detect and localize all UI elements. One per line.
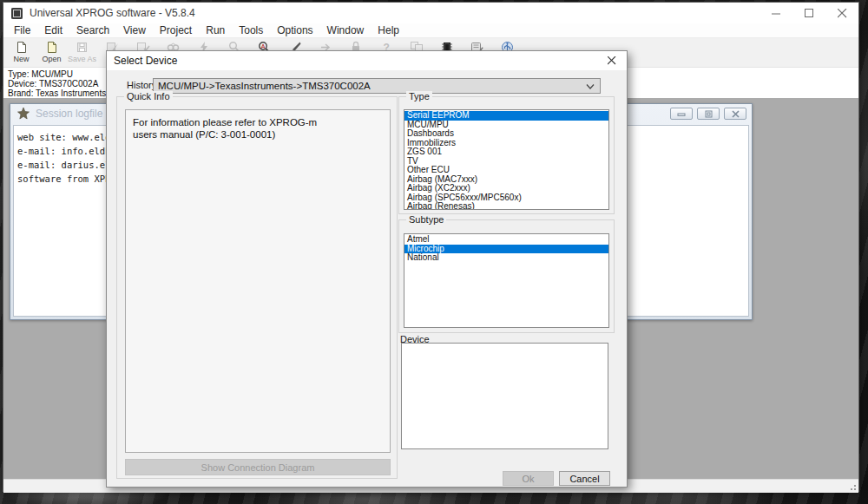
minimize-button[interactable] bbox=[760, 3, 792, 23]
session-restore-icon bbox=[705, 110, 713, 118]
maximize-icon bbox=[805, 9, 814, 18]
history-value: MCU/MPU->TexasInstruments->TMS370C002A bbox=[158, 81, 371, 91]
session-close-icon bbox=[732, 110, 740, 118]
list-item[interactable]: Airbag (XC2xxx) bbox=[404, 184, 608, 193]
menu-run[interactable]: Run bbox=[199, 24, 232, 36]
subtype-label: Subtype bbox=[406, 214, 446, 225]
dialog-close-button[interactable] bbox=[597, 51, 627, 70]
resize-grip[interactable] bbox=[848, 482, 857, 491]
quick-info-label: Quick Info bbox=[124, 91, 173, 101]
quick-info-line: For information please refer to XPROG-m bbox=[133, 116, 383, 128]
toolbar-button-label: New bbox=[13, 55, 29, 63]
close-icon bbox=[838, 9, 847, 18]
cancel-button[interactable]: Cancel bbox=[559, 471, 610, 486]
select-device-dialog: Select Device History: MCU/MPU->TexasIns… bbox=[106, 50, 628, 488]
dialog-titlebar[interactable]: Select Device bbox=[107, 51, 627, 70]
session-minimize-button[interactable] bbox=[670, 108, 693, 120]
list-item[interactable]: ZGS 001 bbox=[404, 147, 608, 157]
menu-project[interactable]: Project bbox=[153, 24, 199, 36]
svg-text:A: A bbox=[261, 43, 266, 49]
subtype-group: Subtype AtmelMicrochipNational bbox=[398, 219, 615, 333]
app-icon bbox=[11, 8, 23, 19]
dialog-close-icon bbox=[608, 56, 616, 65]
type-listbox[interactable]: Serial EEPROMMCU/MPUDashboardsImmobilize… bbox=[404, 109, 609, 210]
menu-window[interactable]: Window bbox=[320, 24, 372, 36]
type-label: Type bbox=[406, 91, 432, 101]
star-icon bbox=[17, 108, 30, 120]
session-title: Session logfile bbox=[36, 108, 102, 120]
ok-button[interactable]: Ok bbox=[503, 471, 554, 486]
menu-edit[interactable]: Edit bbox=[37, 24, 69, 36]
session-minimize-icon bbox=[677, 110, 686, 117]
save-icon bbox=[75, 40, 90, 54]
page-open-icon bbox=[44, 40, 60, 54]
main-titlebar[interactable]: Universal XPROG software - V5.8.4 bbox=[3, 3, 858, 23]
menu-bar: FileEditSearchViewProjectRunToolsOptions… bbox=[3, 23, 858, 38]
list-item[interactable]: Atmel bbox=[404, 235, 608, 245]
quick-info-group: Quick Info For information please refer … bbox=[116, 96, 398, 479]
maximize-button[interactable] bbox=[792, 3, 825, 23]
list-item[interactable]: Serial EEPROM bbox=[404, 111, 608, 121]
menu-view[interactable]: View bbox=[116, 24, 153, 36]
list-item[interactable]: National bbox=[404, 253, 608, 263]
minimize-icon bbox=[772, 9, 781, 18]
type-group: Type Serial EEPROMMCU/MPUDashboardsImmob… bbox=[398, 96, 615, 214]
history-row: History: MCU/MPU->TexasInstruments->TMS3… bbox=[107, 78, 627, 94]
save-as-button[interactable]: Save As bbox=[70, 40, 94, 63]
list-item[interactable]: Other ECU bbox=[404, 166, 608, 175]
close-button[interactable] bbox=[825, 3, 858, 23]
quick-info-line: users manual (P/C: 3-001-0001) bbox=[133, 128, 383, 141]
desktop-background: Universal XPROG software - V5.8.4 FileEd… bbox=[0, 0, 868, 504]
menu-help[interactable]: Help bbox=[371, 24, 406, 36]
subtype-listbox[interactable]: AtmelMicrochipNational bbox=[404, 233, 609, 328]
show-connection-diagram-button[interactable]: Show Connection Diagram bbox=[125, 459, 391, 475]
history-combobox[interactable]: MCU/MPU->TexasInstruments->TMS370C002A bbox=[153, 78, 601, 94]
menu-search[interactable]: Search bbox=[69, 24, 116, 36]
dialog-title: Select Device bbox=[114, 55, 177, 67]
device-listbox[interactable] bbox=[401, 343, 608, 449]
session-close-button[interactable] bbox=[724, 108, 746, 120]
list-item[interactable]: Dashboards bbox=[404, 129, 608, 139]
session-restore-button[interactable] bbox=[697, 108, 720, 120]
menu-options[interactable]: Options bbox=[270, 24, 319, 36]
quick-info-box: For information please refer to XPROG-m … bbox=[125, 109, 391, 453]
new-button[interactable]: New bbox=[10, 40, 33, 63]
menu-tools[interactable]: Tools bbox=[232, 24, 270, 36]
page-new-icon bbox=[14, 40, 30, 54]
list-item[interactable]: Airbag (Renesas) bbox=[404, 202, 608, 210]
chevron-down-icon bbox=[586, 83, 595, 90]
toolbar-button-label: Save As bbox=[68, 55, 96, 63]
menu-file[interactable]: File bbox=[7, 24, 37, 36]
window-title: Universal XPROG software - V5.8.4 bbox=[30, 7, 195, 19]
toolbar-button-label: Open bbox=[42, 55, 61, 63]
open-button[interactable]: Open bbox=[40, 40, 63, 63]
